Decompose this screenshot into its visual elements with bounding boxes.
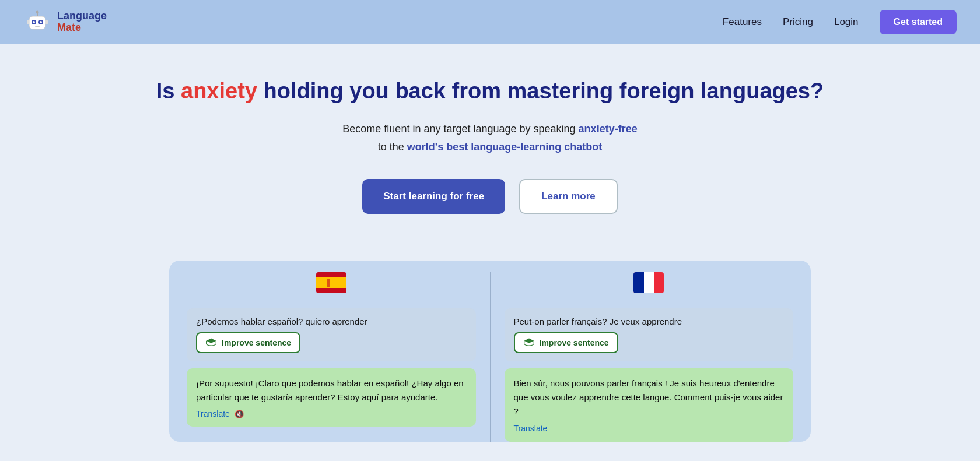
start-learning-button[interactable]: Start learning for free (362, 179, 505, 214)
heading-part1: Is (156, 79, 181, 103)
logo-icon (23, 8, 51, 36)
french-flag-header (505, 272, 794, 297)
french-bot-text: Bien sûr, nous pouvons parler français !… (514, 376, 785, 418)
spanish-user-text: ¿Podemos hablar español? quiero aprender (196, 316, 467, 326)
heading-part2: holding you back from mastering foreign … (257, 79, 824, 103)
spanish-bot-text: ¡Por supuesto! ¡Claro que podemos hablar… (196, 376, 467, 404)
logo[interactable]: Language Mate (23, 8, 107, 36)
graduation-icon-es (205, 337, 217, 349)
improve-label-fr: Improve sentence (540, 338, 609, 347)
nav-pricing-link[interactable]: Pricing (783, 16, 813, 28)
improve-sentence-button-es[interactable]: Improve sentence (196, 332, 300, 353)
french-chat-panel: Peut-on parler français? Je veux apprend… (505, 272, 794, 442)
nav-login-link[interactable]: Login (834, 16, 859, 28)
hero-section: Is anxiety holding you back from masteri… (0, 44, 980, 261)
spanish-user-bubble: ¿Podemos hablar español? quiero aprender… (187, 308, 476, 361)
demo-section: ¿Podemos hablar español? quiero aprender… (0, 261, 980, 442)
french-flag-icon (634, 272, 664, 293)
heading-anxiety: anxiety (181, 79, 257, 103)
spanish-flag-header (187, 272, 476, 297)
hero-heading: Is anxiety holding you back from masteri… (12, 79, 968, 104)
svg-rect-8 (27, 20, 29, 24)
sub-world-best: world's best language-learning chatbot (407, 141, 602, 153)
sub-anxiety-free: anxiety-free (579, 123, 638, 135)
panel-divider (490, 272, 491, 442)
french-user-bubble: Peut-on parler français? Je veux apprend… (505, 308, 794, 361)
improve-sentence-button-fr[interactable]: Improve sentence (514, 332, 618, 353)
svg-point-4 (40, 21, 42, 23)
mute-icon-es: 🔇 (235, 410, 244, 418)
navbar: Language Mate Features Pricing Login Get… (0, 0, 980, 44)
nav-links: Features Pricing Login Get started (723, 10, 957, 34)
svg-rect-9 (46, 20, 48, 24)
svg-rect-12 (327, 279, 330, 287)
logo-text: Language Mate (57, 10, 107, 34)
svg-point-3 (33, 21, 35, 23)
svg-rect-11 (316, 277, 346, 288)
french-bot-bubble: Bien sûr, nous pouvons parler français !… (505, 368, 794, 442)
spanish-flag-icon (316, 272, 346, 293)
french-translate-link[interactable]: Translate (514, 424, 548, 433)
logo-language-text: Language (57, 10, 107, 22)
logo-mate-text: Mate (57, 22, 107, 34)
svg-rect-5 (35, 26, 40, 27)
sub-part2: to the (378, 141, 407, 153)
spanish-bot-bubble: ¡Por supuesto! ¡Claro que podemos hablar… (187, 368, 476, 427)
nav-features-link[interactable]: Features (723, 16, 762, 28)
svg-rect-15 (634, 272, 644, 293)
french-user-text: Peut-on parler français? Je veux apprend… (514, 316, 785, 326)
improve-label-es: Improve sentence (222, 338, 291, 347)
learn-more-button[interactable]: Learn more (519, 179, 618, 214)
sub-part1: Become fluent in any target language by … (342, 123, 578, 135)
graduation-icon-fr (523, 337, 535, 349)
get-started-button[interactable]: Get started (880, 10, 957, 34)
hero-buttons: Start learning for free Learn more (12, 179, 968, 214)
hero-subtext: Become fluent in any target language by … (12, 120, 968, 156)
spanish-chat-panel: ¿Podemos hablar español? quiero aprender… (187, 272, 476, 442)
svg-point-7 (36, 10, 39, 13)
demo-container: ¿Podemos hablar español? quiero aprender… (169, 261, 811, 442)
spanish-translate-link[interactable]: Translate (196, 409, 230, 418)
